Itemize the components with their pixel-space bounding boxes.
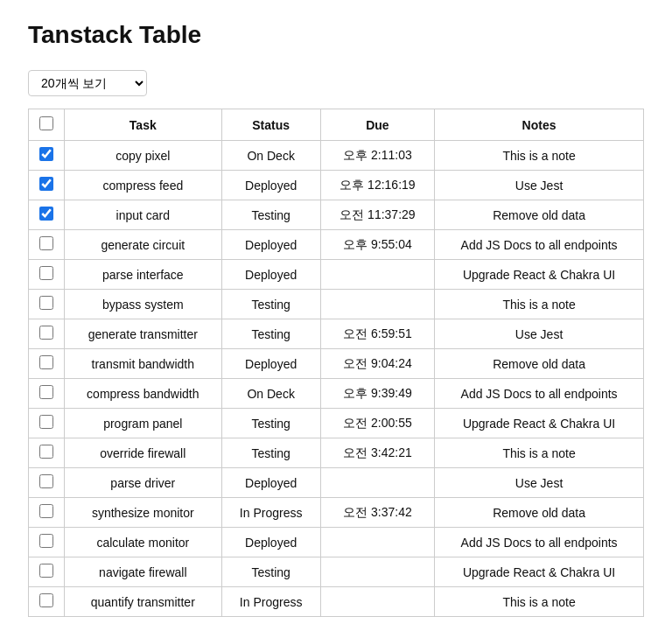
row-task: generate transmitter [65,319,222,349]
row-checkbox[interactable] [39,355,53,369]
row-checkbox-cell[interactable] [29,319,65,349]
row-notes: Use Jest [435,468,644,498]
row-status: Deployed [221,528,320,557]
row-checkbox-cell[interactable] [29,557,65,587]
row-checkbox-cell[interactable] [29,587,65,617]
row-task: navigate firewall [65,557,222,587]
table-row: transmit bandwidthDeployed오전 9:04:24Remo… [29,349,644,379]
row-checkbox[interactable] [39,177,53,191]
row-status: Testing [221,200,320,230]
row-checkbox-cell[interactable] [29,349,65,379]
row-status: Deployed [221,349,320,379]
row-due: 오전 6:59:51 [320,319,434,349]
row-due [320,528,434,557]
row-task: copy pixel [65,141,222,171]
row-due: 오전 9:04:24 [320,349,434,379]
row-due [320,557,434,587]
row-due: 오전 2:00:55 [320,409,434,438]
row-checkbox-cell[interactable] [29,260,65,290]
row-status: Deployed [221,230,320,260]
table-row: bypass systemTestingThis is a note [29,290,644,319]
row-checkbox[interactable] [39,326,53,340]
row-checkbox-cell[interactable] [29,141,65,171]
table-row: synthesize monitorIn Progress오전 3:37:42R… [29,498,644,528]
page-title: Tanstack Table [28,21,644,49]
row-notes: Upgrade React & Chakra UI [435,557,644,587]
table-row: generate transmitterTesting오전 6:59:51Use… [29,319,644,349]
row-status: In Progress [221,587,320,617]
row-checkbox[interactable] [39,236,53,250]
row-task: transmit bandwidth [65,349,222,379]
row-notes: Use Jest [435,171,644,200]
row-notes: Add JS Docs to all endpoints [435,528,644,557]
row-notes: This is a note [435,587,644,617]
row-notes: Remove old data [435,349,644,379]
row-due: 오전 11:37:29 [320,200,434,230]
row-checkbox-cell[interactable] [29,468,65,498]
row-checkbox-cell[interactable] [29,438,65,468]
row-checkbox[interactable] [39,296,53,310]
row-status: Testing [221,290,320,319]
row-checkbox-cell[interactable] [29,409,65,438]
row-checkbox-cell[interactable] [29,171,65,200]
row-task: parse driver [65,468,222,498]
row-checkbox[interactable] [39,415,53,429]
row-checkbox[interactable] [39,534,53,548]
row-checkbox[interactable] [39,147,53,161]
row-task: bypass system [65,290,222,319]
row-notes: Add JS Docs to all endpoints [435,379,644,409]
row-checkbox[interactable] [39,445,53,459]
table-row: copy pixelOn Deck오후 2:11:03This is a not… [29,141,644,171]
row-checkbox[interactable] [39,564,53,578]
row-due: 오전 3:42:21 [320,438,434,468]
row-checkbox-cell[interactable] [29,379,65,409]
row-due: 오후 12:16:19 [320,171,434,200]
row-checkbox-cell[interactable] [29,200,65,230]
row-task: synthesize monitor [65,498,222,528]
row-task: compress bandwidth [65,379,222,409]
table-row: parse driverDeployedUse Jest [29,468,644,498]
table-row: quantify transmitterIn ProgressThis is a… [29,587,644,617]
row-checkbox-cell[interactable] [29,290,65,319]
row-status: On Deck [221,379,320,409]
page-size-select[interactable]: 10개씩 보기20개씩 보기30개씩 보기50개씩 보기 [28,70,147,96]
row-checkbox[interactable] [39,207,53,221]
row-checkbox[interactable] [39,504,53,518]
header-due: Due [320,109,434,141]
row-notes: Use Jest [435,319,644,349]
table-row: navigate firewallTestingUpgrade React & … [29,557,644,587]
table-header-row: Task Status Due Notes [29,109,644,141]
table-row: input cardTesting오전 11:37:29Remove old d… [29,200,644,230]
row-checkbox-cell[interactable] [29,528,65,557]
row-task: quantify transmitter [65,587,222,617]
row-notes: Upgrade React & Chakra UI [435,409,644,438]
row-task: override firewall [65,438,222,468]
row-checkbox[interactable] [39,474,53,488]
row-due [320,587,434,617]
row-due [320,290,434,319]
table-row: generate circuitDeployed오후 9:55:04Add JS… [29,230,644,260]
row-task: generate circuit [65,230,222,260]
row-status: Deployed [221,260,320,290]
row-due [320,468,434,498]
row-notes: Add JS Docs to all endpoints [435,230,644,260]
row-notes: This is a note [435,438,644,468]
row-checkbox[interactable] [39,385,53,399]
select-all-checkbox[interactable] [39,116,53,130]
table-row: compress bandwidthOn Deck오후 9:39:49Add J… [29,379,644,409]
row-task: calculate monitor [65,528,222,557]
row-checkbox-cell[interactable] [29,230,65,260]
data-table: Task Status Due Notes copy pixelOn Deck오… [28,109,644,617]
row-checkbox-cell[interactable] [29,498,65,528]
row-status: On Deck [221,141,320,171]
row-checkbox[interactable] [39,593,53,607]
toolbar: 10개씩 보기20개씩 보기30개씩 보기50개씩 보기 [28,70,644,96]
row-status: Testing [221,409,320,438]
row-task: compress feed [65,171,222,200]
row-task: program panel [65,409,222,438]
row-status: Deployed [221,468,320,498]
table-row: program panelTesting오전 2:00:55Upgrade Re… [29,409,644,438]
row-checkbox[interactable] [39,266,53,280]
header-status: Status [221,109,320,141]
table-row: compress feedDeployed오후 12:16:19Use Jest [29,171,644,200]
